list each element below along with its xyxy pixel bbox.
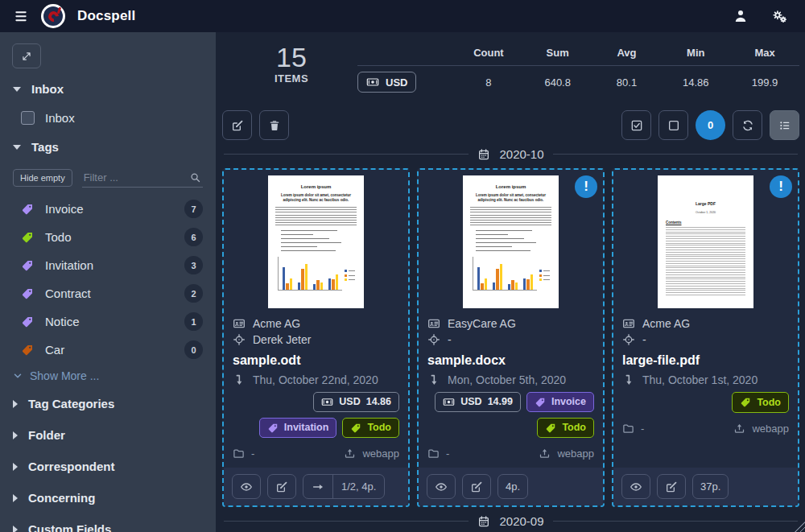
sidebar-tag-todo[interactable]: Todo 6 [0,223,216,251]
money-bill-icon [443,396,455,408]
sidebar-section-custom-fields[interactable]: Custom Fields [0,513,216,532]
item-badges: Todo [622,392,789,413]
sidebar-section-tag-categories[interactable]: Tag Categories [0,388,216,419]
edit-icon [665,480,678,493]
edit-item-button[interactable] [267,474,296,499]
tag-count-badge: 0 [184,340,203,359]
edit-icon [231,119,244,132]
tag-count-badge: 3 [184,256,203,274]
show-more-link[interactable]: Show More ... [0,364,216,388]
items-count: 15 [254,43,328,72]
tag-badge[interactable]: Todo [342,418,399,438]
money-bill-icon [321,396,333,408]
stats-col-avg: Avg [592,43,662,65]
user-icon [733,8,749,24]
goto-attachment-button[interactable] [303,475,332,498]
expand-sidebar-button[interactable] [12,43,41,68]
eye-icon [435,480,448,493]
tag-badge[interactable]: Todo [537,418,594,438]
sidebar-tag-invoice[interactable]: Invoice 7 [0,195,216,223]
caret-down-icon [13,145,21,150]
card-footer: 37p. [613,468,798,505]
folder-source-row: - webapp [427,447,594,460]
item-name: large-file.pdf [622,353,789,368]
selected-count-badge[interactable]: 0 [696,110,725,140]
tag-icon [21,231,34,244]
tag-badge[interactable]: Invoice [526,392,594,412]
settings-button[interactable] [771,8,787,24]
thumbnail-chart [463,257,559,291]
tag-filter-input[interactable] [82,168,203,188]
reload-button[interactable] [733,110,762,140]
caret-right-icon [13,400,18,408]
due-notification-badge: ! [575,175,597,198]
search-sidebar: Inbox Inbox Tags Hide empty Invoice 7 To… [0,32,216,532]
edit-item-button[interactable] [657,474,686,499]
items-label: ITEMS [254,72,328,85]
item-card[interactable]: Lorem ipsum Lorem ipsum dolor sit amet, … [222,168,410,507]
arrow-down-icon [622,373,635,386]
sidebar-section-inbox[interactable]: Inbox [0,73,216,105]
menu-toggle-button[interactable] [13,8,29,24]
view-menu-button[interactable] [770,110,799,140]
sidebar-section-tags[interactable]: Tags [0,131,216,163]
upload-icon [539,447,551,460]
stats-val-avg: 80.1 [592,72,662,93]
tag-filter-row: Hide empty [0,163,216,195]
select-all-button[interactable] [621,110,651,140]
item-card[interactable]: ! Lorem ipsum Lorem ipsum dolor sit amet… [417,168,605,507]
sidebar-tag-car[interactable]: Car 0 [0,336,216,364]
cogs-icon [771,8,787,24]
delete-selected-button[interactable] [259,110,289,140]
tag-count-badge: 2 [184,284,203,303]
page-count: 4p. [497,474,528,499]
crosshairs-icon [427,333,440,346]
correspondent-row: Acme AG [233,317,399,330]
tag-badge[interactable]: Invitation [259,418,337,438]
sidebar-section-concerning[interactable]: Concerning [0,482,216,513]
currency-stats-table: Count Sum Avg Min Max USD 8 640.8 80.1 1… [357,43,799,93]
stats-col-sum: Sum [523,43,592,65]
folder-source-row: - webapp [622,423,789,435]
hide-empty-button[interactable]: Hide empty [13,169,72,187]
item-name: sample.docx [427,353,594,368]
tag-icon [535,397,546,408]
page-count: 37p. [692,474,729,499]
tag-icon [21,315,34,328]
chevron-down-icon [13,371,23,381]
item-card[interactable]: ! Large PDF October 1, 2020 Contents Acm… [612,168,799,507]
tag-icon [740,397,751,408]
stats-val-count: 8 [454,72,523,93]
edit-item-button[interactable] [462,474,491,499]
tag-icon [350,423,361,434]
item-date-row: Thu, October 1st, 2020 [622,373,789,386]
item-card-list: Lorem ipsum Lorem ipsum dolor sit amet, … [222,168,799,507]
preview-button[interactable] [621,474,650,499]
concerning-row: - [622,333,789,346]
items-main-area: 15 ITEMS Count Sum Avg Min Max USD 8 640… [216,32,805,532]
tag-badge[interactable]: Todo [732,392,789,413]
caret-down-icon [13,87,21,92]
caret-right-icon [13,494,18,502]
sidebar-section-folder[interactable]: Folder [0,419,216,451]
items-toolbar: 0 [222,110,799,140]
tag-icon [267,423,279,434]
inbox-checkbox-item[interactable]: Inbox [0,105,216,131]
edit-selected-button[interactable] [222,110,252,140]
sidebar-section-correspondent[interactable]: Correspondent [0,451,216,482]
tag-count-badge: 1 [184,312,203,331]
crosshairs-icon [622,333,635,346]
app-title: Docspell [77,8,135,24]
deselect-all-button[interactable] [658,110,688,140]
preview-button[interactable] [232,474,261,499]
item-thumbnail: Lorem ipsum Lorem ipsum dolor sit amet, … [224,170,408,308]
tag-icon [21,287,34,300]
correspondent-row: Acme AG [622,317,789,330]
user-menu-button[interactable] [733,8,749,24]
sidebar-tag-contract[interactable]: Contract 2 [0,279,216,307]
sidebar-tag-invitation[interactable]: Invitation 3 [0,251,216,279]
preview-button[interactable] [427,474,456,499]
sidebar-tag-notice[interactable]: Notice 1 [0,307,216,336]
inbox-checkbox[interactable] [21,111,35,125]
id-card-icon [233,317,246,330]
